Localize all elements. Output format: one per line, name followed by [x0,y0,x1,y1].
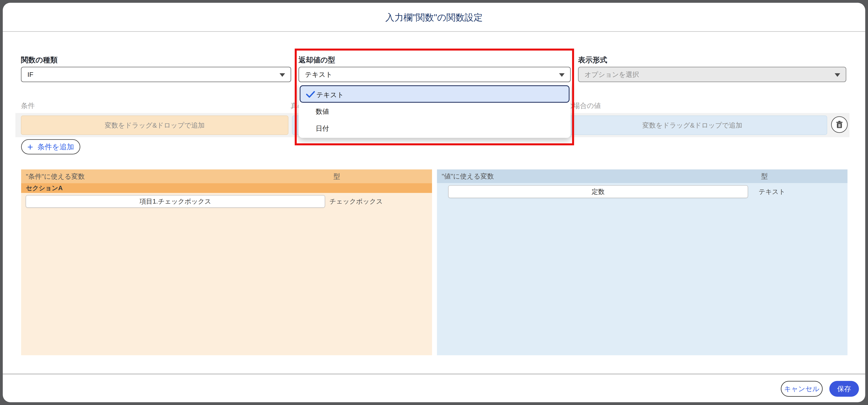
dropdown-option-date[interactable]: 日付 [316,124,329,133]
condition-type-column-header: 型 [333,169,340,183]
dropdown-option-label: テキスト [316,90,344,99]
section-label: セクションA [26,183,63,193]
check-icon [306,90,315,98]
condition-label: 条件 [21,101,35,110]
function-type-value: IF [27,71,33,78]
variable-type: テキスト [759,185,785,198]
dropdown-option-text-selected[interactable]: テキスト [300,85,569,103]
delete-condition-button[interactable] [831,116,848,133]
display-format-placeholder: オプションを選択 [585,71,639,78]
condition-variables-panel: "条件"に使える変数 型 セクションA 項目1.チェックボックス チェックボック… [21,169,432,355]
trash-icon [836,120,843,129]
variable-type: チェックボックス [330,195,383,208]
add-condition-button[interactable]: + 条件を追加 [21,139,80,154]
function-type-label: 関数の種類 [21,56,58,64]
value-variables-header: "値"に使える変数 [442,169,494,183]
chevron-down-icon [280,73,285,77]
display-format-label: 表示形式 [578,56,607,64]
value-variables-header-row: "値"に使える変数 型 [437,169,847,183]
footer-divider [3,373,865,375]
add-condition-label: 条件を追加 [37,142,74,152]
return-type-value: テキスト [305,71,332,78]
return-type-dropdown-menu: テキスト 数値 日付 [299,83,571,138]
chevron-down-icon [559,73,565,77]
return-type-select[interactable]: テキスト [299,67,571,82]
chevron-down-icon [835,73,840,77]
condition-dropzone[interactable]: 変数をドラッグ&ドロップで追加 [21,116,288,135]
condition-variables-header: "条件"に使える変数 [26,169,85,183]
function-type-select[interactable]: IF [21,67,291,82]
cancel-button[interactable]: キャンセル [781,381,823,397]
save-button[interactable]: 保存 [829,381,859,397]
plus-icon: + [27,142,33,152]
variable-chip-checkbox[interactable]: 項目1.チェックボックス [26,195,325,208]
dialog-title: 入力欄"関数"の関数設定 [0,11,868,23]
return-type-label: 返却値の型 [299,56,335,64]
header-divider [3,31,865,32]
false-value-dropzone[interactable]: 変数をドラッグ&ドロップで追加 [557,116,827,135]
dropdown-option-number[interactable]: 数値 [316,107,329,116]
value-variables-panel: "値"に使える変数 型 定数 テキスト [437,169,847,355]
condition-variables-header-row: "条件"に使える変数 型 [21,169,432,183]
display-format-select[interactable]: オプションを選択 [578,67,846,82]
section-row: セクションA [21,183,432,193]
variable-chip-constant[interactable]: 定数 [448,185,748,198]
value-type-column-header: 型 [761,169,768,183]
